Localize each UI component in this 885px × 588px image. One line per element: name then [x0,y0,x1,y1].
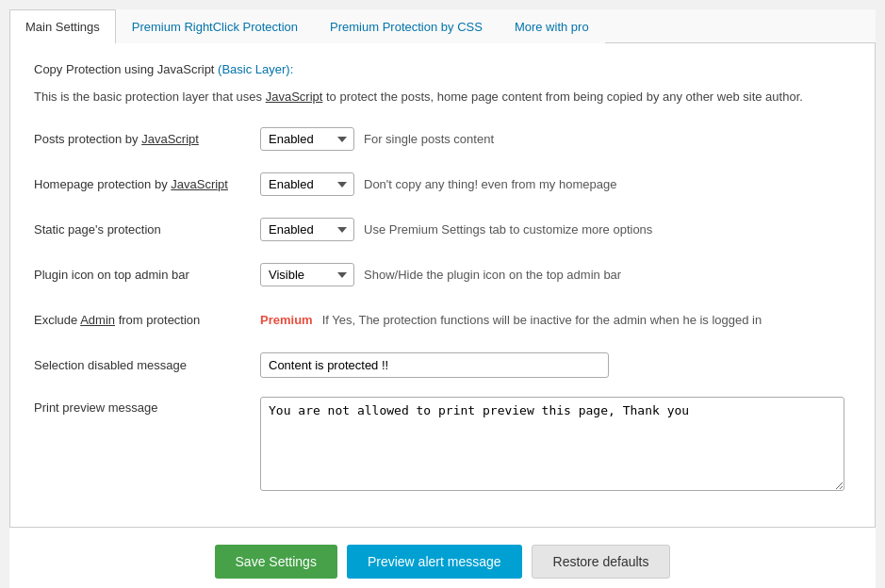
section-description: This is the basic protection layer that … [34,88,851,106]
tab-rightclick-protection[interactable]: Premium RightClick Protection [116,9,314,43]
tab-main-settings[interactable]: Main Settings [9,9,116,43]
plugin-icon-control: Visible Hidden Show/Hide the plugin icon… [260,263,851,286]
tabs-bar: Main Settings Premium RightClick Protect… [9,9,876,43]
posts-protection-hint: For single posts content [364,132,494,146]
static-protection-control: Enabled Disabled Use Premium Settings ta… [260,218,851,241]
static-protection-label: Static page's protection [34,222,260,237]
plugin-icon-hint: Show/Hide the plugin icon on the top adm… [364,268,621,282]
selection-disabled-row: Selection disabled message [34,351,851,380]
posts-protection-row: Posts protection by JavaScript Enabled D… [34,125,851,154]
exclude-admin-hint: If Yes, The protection functions will be… [322,313,762,327]
exclude-admin-row: Exclude Admin from protection Premium If… [34,306,851,335]
print-preview-row: Print preview message You are not allowe… [34,397,851,491]
selection-disabled-control [260,352,851,378]
selection-disabled-input[interactable] [260,352,609,378]
selection-disabled-label: Selection disabled message [34,358,260,372]
save-settings-button[interactable]: Save Settings [215,545,337,579]
plugin-icon-row: Plugin icon on top admin bar Visible Hid… [34,261,851,289]
static-protection-hint: Use Premium Settings tab to customize mo… [364,222,652,237]
posts-protection-control: Enabled Disabled For single posts conten… [260,127,851,151]
exclude-admin-control: Premium If Yes, The protection functions… [260,313,851,327]
tab-more-pro[interactable]: More with pro [499,9,605,43]
static-protection-select[interactable]: Enabled Disabled [260,218,354,241]
premium-badge: Premium [260,313,313,327]
homepage-protection-row: Homepage protection by JavaScript Enable… [34,171,851,199]
homepage-protection-hint: Don't copy any thing! even from my homep… [364,177,616,191]
button-bar: Save Settings Preview alert message Rest… [9,528,876,588]
javascript-link[interactable]: JavaScript [266,90,323,104]
static-protection-row: Static page's protection Enabled Disable… [34,216,851,244]
print-preview-control: You are not allowed to print preview thi… [260,397,851,491]
section-title-prefix: Copy Protection using JavaScript [34,62,218,76]
print-preview-textarea[interactable]: You are not allowed to print preview thi… [260,397,844,491]
posts-protection-label: Posts protection by JavaScript [34,132,260,146]
homepage-js-link[interactable]: JavaScript [171,177,228,191]
posts-protection-select[interactable]: Enabled Disabled [260,127,354,151]
posts-js-link[interactable]: JavaScript [141,132,199,146]
section-title: Copy Protection using JavaScript (Basic … [34,62,851,76]
restore-defaults-button[interactable]: Restore defaults [532,545,671,579]
exclude-admin-label: Exclude Admin from protection [34,313,260,327]
homepage-protection-label: Homepage protection by JavaScript [34,177,260,191]
homepage-protection-select[interactable]: Enabled Disabled [260,172,354,196]
main-content-area: Copy Protection using JavaScript (Basic … [9,43,876,528]
tab-css-protection[interactable]: Premium Protection by CSS [314,9,499,43]
plugin-icon-label: Plugin icon on top admin bar [34,268,260,282]
print-preview-label: Print preview message [34,397,260,415]
plugin-icon-select[interactable]: Visible Hidden [260,263,354,286]
section-title-highlight: (Basic Layer): [218,62,293,76]
homepage-protection-control: Enabled Disabled Don't copy any thing! e… [260,172,851,196]
preview-alert-button[interactable]: Preview alert message [347,545,522,579]
admin-link[interactable]: Admin [80,313,115,327]
